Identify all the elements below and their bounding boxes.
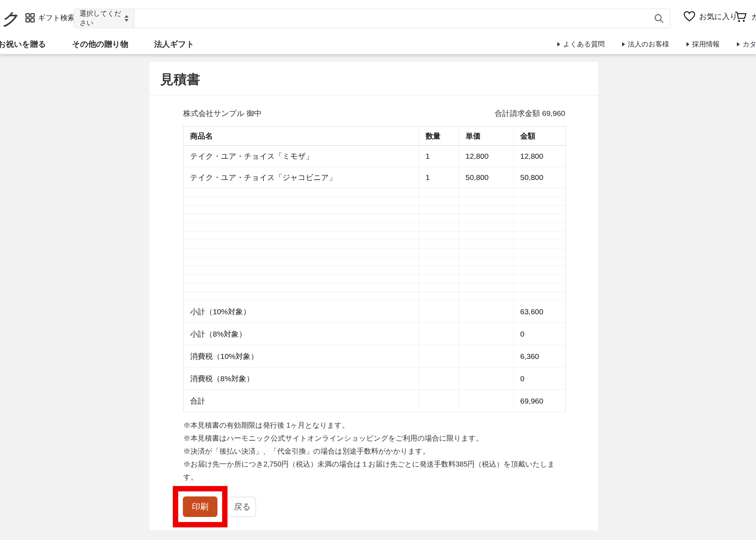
quantity-cell [419, 283, 459, 292]
product-name-cell [184, 223, 419, 231]
quantity-cell [419, 249, 459, 257]
product-name-cell: 小計（10%対象） [184, 301, 419, 323]
search-icon[interactable] [648, 9, 670, 28]
nav-item-corporate-customers[interactable]: 法人のお客様 [622, 40, 669, 49]
unit-price-cell [459, 214, 514, 223]
arrow-right-icon [557, 42, 560, 46]
unit-price-cell [459, 345, 514, 368]
nav-item-other-gifts[interactable]: その他の贈り物 [72, 39, 128, 50]
quantity-cell [419, 292, 459, 301]
table-header-row: 商品名 数量 単価 金額 [184, 127, 566, 146]
amount-cell [514, 275, 566, 283]
amount-cell: 69,960 [514, 390, 566, 412]
gift-search-label: ギフト検索 [38, 13, 75, 23]
empty-table-row [184, 249, 566, 257]
note-item: ※決済が「後払い決済」、「代金引換」の場合は別途手数料がかかります。 [183, 445, 565, 458]
empty-table-row [184, 188, 566, 197]
summary-row: 消費税（8%対象）0 [184, 368, 566, 390]
unit-price-cell [459, 223, 514, 231]
nav-item-catalog[interactable]: カタログ [737, 40, 756, 49]
grand-total-amount: 69,960 [542, 109, 565, 117]
summary-row: 小計（10%対象）63,600 [184, 301, 566, 323]
unit-price-cell [459, 292, 514, 301]
product-name-cell: テイク・ユア・チョイス「ジャコビニア」 [184, 167, 419, 188]
unit-price-cell [459, 231, 514, 240]
category-select-value: 選択してください [80, 9, 124, 28]
amount-cell [514, 283, 566, 292]
table-row: テイク・ユア・チョイス「ジャコビニア」150,80050,800 [184, 167, 566, 188]
unit-price-cell: 50,800 [459, 167, 514, 188]
quote-body: 株式会社サンプル 御中 合計請求金額 69,960 商品名 数量 単価 金額 テ… [149, 95, 598, 483]
main-nav-left: お祝いを贈る その他の贈り物 法人ギフト [0, 35, 194, 54]
quantity-cell [419, 266, 459, 275]
quantity-cell [419, 223, 459, 231]
empty-table-row [184, 223, 566, 231]
unit-price-cell [459, 188, 514, 197]
unit-price-cell [459, 197, 514, 206]
column-header-product-name: 商品名 [184, 127, 419, 146]
unit-price-cell [459, 206, 514, 214]
category-select[interactable]: 選択してください [74, 9, 134, 28]
quantity-cell [419, 301, 459, 323]
empty-table-row [184, 257, 566, 266]
amount-cell [514, 214, 566, 223]
quantity-cell [419, 368, 459, 390]
product-name-cell [184, 240, 419, 249]
note-item: ※お届け先一か所につき2,750円（税込）未満の場合は１お届け先ごとに発送手数料… [183, 458, 565, 483]
amount-cell: 12,800 [514, 146, 566, 167]
arrow-right-icon [737, 42, 740, 46]
amount-cell [514, 249, 566, 257]
cart-button[interactable]: カ [734, 11, 756, 23]
favorites-button[interactable]: お気に入り [683, 11, 737, 22]
product-name-cell [184, 206, 419, 214]
unit-price-cell [459, 257, 514, 266]
quantity-cell [419, 188, 459, 197]
quote-title-section: 見積書 [149, 62, 598, 95]
product-name-cell: テイク・ユア・チョイス「ミモザ」 [184, 146, 419, 167]
quantity-cell: 1 [419, 146, 459, 167]
product-name-cell [184, 266, 419, 275]
amount-cell [514, 240, 566, 249]
quantity-cell [419, 206, 459, 214]
quote-table: 商品名 数量 単価 金額 テイク・ユア・チョイス「ミモザ」112,80012,8… [183, 126, 566, 412]
product-name-cell [184, 283, 419, 292]
nav-item-corporate-gifts[interactable]: 法人ギフト [154, 39, 194, 50]
nav-item-faq-label: よくある質問 [563, 40, 605, 49]
notes-list: ※本見積書の有効期限は発行後 1ヶ月となります。※本見積書はハーモニック公式サイ… [183, 419, 565, 483]
arrow-right-icon [687, 42, 689, 46]
summary-row: 小計（8%対象）0 [184, 323, 566, 345]
product-name-cell [184, 292, 419, 301]
unit-price-cell [459, 283, 514, 292]
heart-icon [683, 11, 696, 22]
quote-card: 見積書 株式会社サンプル 御中 合計請求金額 69,960 商品名 数量 単価 … [149, 62, 598, 530]
quantity-cell [419, 197, 459, 206]
unit-price-cell [459, 275, 514, 283]
search-bar: 選択してください [73, 9, 670, 28]
product-name-cell [184, 249, 419, 257]
nav-item-recruit[interactable]: 採用情報 [687, 40, 720, 49]
quantity-cell [419, 214, 459, 223]
amount-cell [514, 292, 566, 301]
print-button[interactable]: 印刷 [183, 496, 217, 517]
grand-total-label: 合計請求金額 [495, 109, 540, 117]
note-item: ※本見積書はハーモニック公式サイトオンラインショッピングをご利用の場合に限ります… [183, 432, 565, 445]
product-name-cell [184, 275, 419, 283]
amount-cell: 0 [514, 368, 566, 390]
amount-cell [514, 257, 566, 266]
quantity-cell: 1 [419, 167, 459, 188]
column-header-quantity: 数量 [419, 127, 459, 146]
product-name-cell: 消費税（10%対象） [184, 345, 419, 368]
empty-table-row [184, 292, 566, 301]
quantity-cell [419, 323, 459, 345]
grand-total: 合計請求金額 69,960 [495, 108, 565, 118]
table-row: テイク・ユア・チョイス「ミモザ」112,80012,800 [184, 146, 566, 167]
search-input[interactable] [134, 9, 648, 28]
site-logo-fragment[interactable]: ク [1, 8, 22, 30]
favorites-label: お気に入り [699, 12, 737, 22]
nav-item-recruit-label: 採用情報 [692, 40, 720, 49]
product-name-cell: 小計（8%対象） [184, 323, 419, 345]
empty-table-row [184, 283, 566, 292]
back-button[interactable]: 戻る [229, 497, 256, 517]
nav-item-faq[interactable]: よくある質問 [557, 40, 605, 49]
nav-item-celebration-gifts[interactable]: お祝いを贈る [0, 39, 46, 50]
